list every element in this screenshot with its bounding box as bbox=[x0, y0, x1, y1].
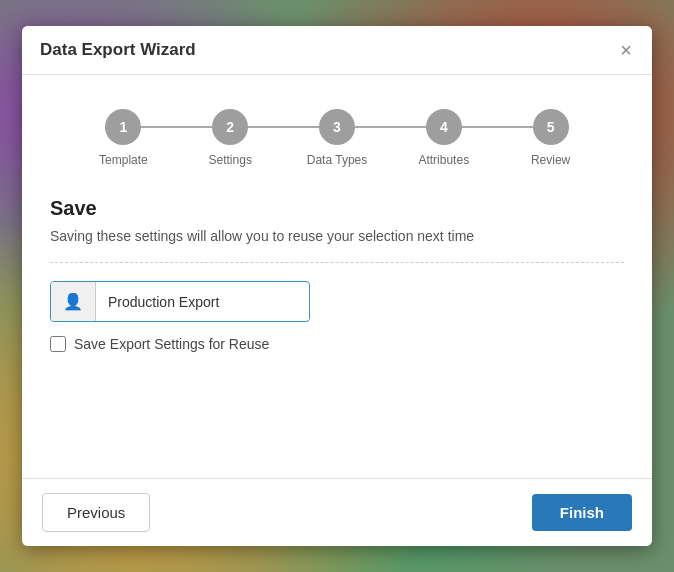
stepper: 1 Template 2 Settings 3 Data Types 4 Att… bbox=[50, 99, 624, 167]
export-name-input-group: 👤 bbox=[50, 281, 310, 322]
save-settings-row: Save Export Settings for Reuse bbox=[50, 336, 624, 352]
step-label-1: Template bbox=[99, 153, 148, 167]
finish-button[interactable]: Finish bbox=[532, 494, 632, 531]
section-description: Saving these settings will allow you to … bbox=[50, 228, 624, 244]
step-item-4: 4 Attributes bbox=[390, 109, 497, 167]
user-icon: 👤 bbox=[51, 282, 96, 321]
step-label-5: Review bbox=[531, 153, 570, 167]
modal-title: Data Export Wizard bbox=[40, 40, 196, 60]
step-circle-3: 3 bbox=[319, 109, 355, 145]
step-label-4: Attributes bbox=[418, 153, 469, 167]
export-name-input[interactable] bbox=[96, 284, 309, 320]
modal-overlay: Data Export Wizard × 1 Template 2 Settin… bbox=[0, 0, 674, 572]
save-settings-checkbox[interactable] bbox=[50, 336, 66, 352]
step-label-3: Data Types bbox=[307, 153, 367, 167]
step-item-2: 2 Settings bbox=[177, 109, 284, 167]
step-item-1: 1 Template bbox=[70, 109, 177, 167]
step-circle-2: 2 bbox=[212, 109, 248, 145]
step-label-2: Settings bbox=[209, 153, 252, 167]
modal-dialog: Data Export Wizard × 1 Template 2 Settin… bbox=[22, 26, 652, 546]
modal-footer: Previous Finish bbox=[22, 478, 652, 546]
save-settings-label: Save Export Settings for Reuse bbox=[74, 336, 269, 352]
section-title: Save bbox=[50, 197, 624, 220]
close-button[interactable]: × bbox=[618, 40, 634, 60]
previous-button[interactable]: Previous bbox=[42, 493, 150, 532]
step-item-3: 3 Data Types bbox=[284, 109, 391, 167]
modal-header: Data Export Wizard × bbox=[22, 26, 652, 75]
section-divider bbox=[50, 262, 624, 263]
step-item-5: 5 Review bbox=[497, 109, 604, 167]
step-circle-4: 4 bbox=[426, 109, 462, 145]
modal-body: 1 Template 2 Settings 3 Data Types 4 Att… bbox=[22, 75, 652, 478]
step-circle-5: 5 bbox=[533, 109, 569, 145]
step-circle-1: 1 bbox=[105, 109, 141, 145]
